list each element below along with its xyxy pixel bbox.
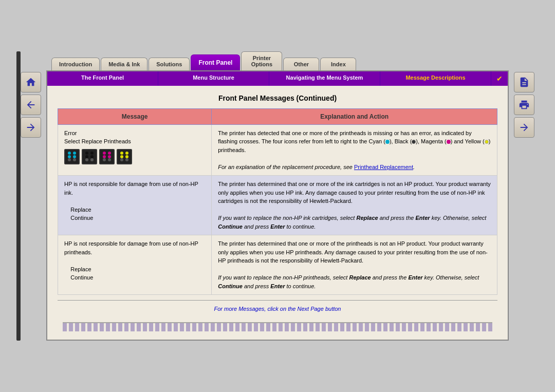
- message-cell-2: HP is not responsible for damage from us…: [58, 176, 212, 235]
- col-explanation-header: Explanation and Action: [212, 108, 497, 124]
- explanation-cell-2: The printer has determined that one or m…: [212, 176, 497, 235]
- page-title: Front Panel Messages (Continued): [58, 94, 497, 102]
- col-message-header: Message: [58, 108, 212, 124]
- left-sidebar: [21, 72, 41, 138]
- tab-other[interactable]: Other: [283, 58, 319, 70]
- ph-icon-magenta: [99, 149, 115, 164]
- sub-tabs-row: The Front Panel Menu Structure Navigatin…: [47, 71, 508, 86]
- printhead-image: [64, 149, 205, 164]
- table-row: HP is not responsible for damage from us…: [58, 176, 497, 235]
- right-sidebar: [514, 72, 534, 138]
- tab-media-ink[interactable]: Media & Ink: [101, 58, 147, 70]
- home-button[interactable]: [21, 72, 41, 92]
- tab-solutions[interactable]: Solutions: [149, 58, 190, 70]
- tab-front-panel[interactable]: Front Panel: [191, 54, 240, 70]
- messages-table: Message Explanation and Action ErrorSele…: [58, 108, 497, 295]
- tabs-row: Introduction Media & Ink Solutions Front…: [46, 51, 509, 70]
- message-cell-3: HP is not responsible for damage from us…: [58, 235, 212, 295]
- ph-icon-black: [82, 149, 97, 164]
- printhead-replacement-link[interactable]: Printhead Replacement: [354, 164, 413, 170]
- table-row: ErrorSelect Replace Printheads: [58, 124, 497, 176]
- document-button[interactable]: [514, 72, 534, 92]
- printer-icon: [519, 99, 530, 110]
- document-icon: [519, 77, 530, 88]
- message-cell-1: ErrorSelect Replace Printheads: [58, 124, 212, 176]
- table-row: HP is not responsible for damage from us…: [58, 235, 497, 295]
- tab-printer-options[interactable]: PrinterOptions: [241, 51, 282, 70]
- main-content-area: The Front Panel Menu Structure Navigatin…: [46, 70, 509, 341]
- tab-index[interactable]: Index: [320, 58, 356, 70]
- forward-icon: [519, 122, 530, 133]
- back-button[interactable]: [21, 95, 41, 115]
- ph-icon-cyan: [64, 149, 80, 164]
- forward-button[interactable]: [514, 117, 534, 138]
- subtab-message-descriptions[interactable]: Message Descriptions: [380, 71, 491, 86]
- checkmark-icon: ✔: [491, 71, 508, 86]
- explanation-cell-3: The printer has determined that one or m…: [212, 235, 497, 295]
- footer-note: For more Messages, click on the Next Pag…: [58, 306, 497, 312]
- print-button[interactable]: [514, 95, 534, 115]
- subtab-menu-structure[interactable]: Menu Structure: [158, 71, 269, 86]
- ph-icon-yellow: [117, 149, 132, 164]
- next-button[interactable]: [21, 117, 41, 138]
- explanation-cell-1: The printer has detected that one or mor…: [212, 124, 497, 176]
- left-decorative-bar: [16, 51, 21, 341]
- divider: [58, 300, 497, 301]
- tab-introduction[interactable]: Introduction: [51, 58, 100, 70]
- subtab-front-panel[interactable]: The Front Panel: [47, 71, 158, 86]
- back-icon: [25, 99, 36, 110]
- next-icon: [25, 122, 36, 133]
- content-body: Front Panel Messages (Continued) Message…: [47, 86, 508, 340]
- home-icon: [25, 77, 36, 88]
- spiral-decoration: [63, 322, 492, 331]
- subtab-navigating[interactable]: Navigating the Menu System: [269, 71, 380, 86]
